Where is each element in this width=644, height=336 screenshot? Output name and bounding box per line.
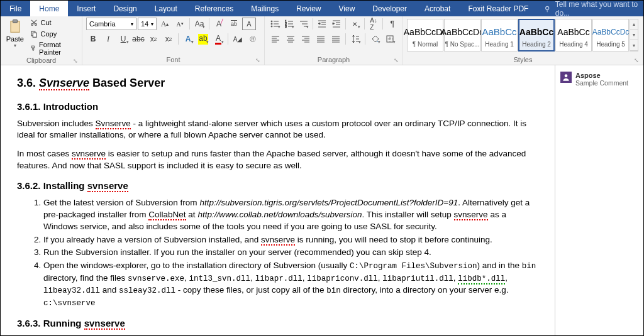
- svg-point-56: [565, 74, 568, 77]
- italic-button[interactable]: I: [101, 33, 115, 45]
- svg-point-0: [546, 6, 549, 9]
- style---no-spac---[interactable]: AaBbCcDc¶ No Spac...: [444, 19, 480, 51]
- tab-insert[interactable]: Insert: [68, 1, 104, 16]
- asian-layout-button[interactable]: ✕▾: [348, 18, 362, 30]
- align-left-icon: [271, 35, 280, 43]
- styles-scroll[interactable]: ▴▾▾: [630, 19, 638, 51]
- svg-rect-6: [33, 33, 36, 37]
- distributed-button[interactable]: [329, 33, 343, 45]
- font-name-select[interactable]: Cambria▾: [86, 18, 136, 30]
- heading-3-6-3: 3.6.3. Running svnserve: [17, 318, 538, 328]
- font-size-select[interactable]: 14▾: [138, 18, 157, 30]
- document-body[interactable]: 3.6. Svnserve Based Server 3.6.1. Introd…: [1, 65, 555, 335]
- tab-design[interactable]: Design: [104, 1, 145, 16]
- font-launcher-icon[interactable]: ⤡: [255, 57, 260, 63]
- clear-formatting-button[interactable]: A⧸: [212, 18, 226, 30]
- list-item: Get the latest version of Subversion fro…: [43, 197, 538, 233]
- heading-3-6-2: 3.6.2. Installing svnserve: [17, 180, 538, 191]
- tab-references[interactable]: References: [186, 1, 242, 16]
- justify-button[interactable]: [314, 33, 328, 45]
- text-effects-button[interactable]: A▾: [181, 33, 195, 45]
- phonetic-guide-button[interactable]: ab: [227, 18, 241, 30]
- style---normal[interactable]: AaBbCcDc¶ Normal: [407, 19, 443, 51]
- group-paragraph: ▾ 123▾ ▾ ✕▾ A↓Z ¶ ▾: [265, 16, 403, 65]
- svg-point-4: [35, 23, 36, 25]
- chevron-icon[interactable]: ▾: [630, 40, 638, 51]
- paragraph-launcher-icon[interactable]: ⤡: [394, 57, 399, 63]
- clipboard-launcher-icon[interactable]: ⤡: [73, 58, 78, 64]
- subscript-button[interactable]: x2: [147, 33, 160, 45]
- style-heading-4[interactable]: AaBbCcHeading 4: [555, 19, 592, 51]
- para-intro-2: In most cases svnserve is easier to setu…: [17, 148, 538, 171]
- workspace: 3.6. Svnserve Based Server 3.6.1. Introd…: [1, 65, 643, 335]
- shading-button[interactable]: ▾: [368, 33, 382, 45]
- para-intro-1: Subversion includes Svnserve - a lightwe…: [17, 118, 538, 141]
- superscript-button[interactable]: x2: [162, 33, 175, 45]
- grow-font-button[interactable]: A▴: [158, 18, 172, 30]
- multilevel-list-button[interactable]: ▾: [297, 18, 310, 30]
- comment-item[interactable]: Aspose Sample Comment: [560, 72, 638, 87]
- svg-point-7: [271, 21, 272, 22]
- ribbon: Paste ▾ Cut Copy Format Painter Clipboar…: [1, 16, 643, 65]
- enclose-characters-button[interactable]: ㊐: [246, 33, 260, 45]
- bold-button[interactable]: B: [86, 33, 100, 45]
- tell-me-search[interactable]: Tell me what you want to do...: [537, 1, 643, 16]
- tab-review[interactable]: Review: [287, 1, 330, 16]
- heading-3-6: 3.6. Svnserve Based Server: [17, 77, 538, 90]
- style-heading-2[interactable]: AaBbCcHeading 2: [518, 19, 555, 51]
- style-heading-1[interactable]: AaBbCcHeading 1: [481, 19, 518, 51]
- tab-home[interactable]: Home: [30, 1, 68, 16]
- tab-mailings[interactable]: Mailings: [242, 1, 287, 16]
- align-center-icon: [286, 35, 295, 43]
- tab-developer[interactable]: Developer: [364, 1, 416, 16]
- strikethrough-button[interactable]: abc: [131, 33, 145, 45]
- change-case-button[interactable]: Aa▾: [192, 18, 206, 30]
- show-hide-button[interactable]: ¶: [386, 18, 399, 30]
- highlight-button[interactable]: ab▾: [196, 33, 210, 45]
- line-spacing-button[interactable]: ▾: [348, 33, 362, 45]
- comments-pane: Aspose Sample Comment: [555, 65, 643, 335]
- svg-rect-2: [13, 20, 17, 23]
- format-painter-button[interactable]: Format Painter: [28, 40, 78, 57]
- cut-button[interactable]: Cut: [28, 18, 78, 28]
- decrease-indent-button[interactable]: [316, 18, 329, 30]
- bullets-button[interactable]: ▾: [269, 18, 282, 30]
- borders-button[interactable]: ▾: [383, 33, 397, 45]
- para-run: Now that svnserve is installed, you need…: [17, 335, 538, 335]
- font-color-button[interactable]: A▾: [211, 33, 225, 45]
- list-item: If you already have a version of Subvers…: [43, 234, 538, 246]
- tab-foxit[interactable]: Foxit Reader PDF: [459, 1, 537, 16]
- group-clipboard: Paste ▾ Cut Copy Format Painter Clipboar…: [1, 16, 82, 65]
- clipboard-icon: [6, 18, 24, 35]
- character-border-button[interactable]: A: [242, 18, 256, 30]
- list-item: Run the Subversion installer. If you run…: [43, 247, 538, 259]
- list-item: Open the windows-explorer, go to the ins…: [43, 260, 538, 309]
- svg-point-11: [271, 26, 272, 27]
- outdent-icon: [318, 19, 326, 28]
- tab-view[interactable]: View: [330, 1, 364, 16]
- align-left-button[interactable]: [269, 33, 282, 45]
- align-center-button[interactable]: [284, 33, 297, 45]
- increase-indent-button[interactable]: [330, 18, 343, 30]
- paste-button[interactable]: Paste ▾: [4, 18, 26, 57]
- styles-launcher-icon[interactable]: ⤡: [634, 57, 639, 63]
- align-right-icon: [301, 35, 310, 43]
- underline-button[interactable]: U▾: [116, 33, 130, 45]
- tab-layout[interactable]: Layout: [146, 1, 186, 16]
- shrink-font-button[interactable]: A▾: [173, 18, 187, 30]
- tab-acrobat[interactable]: Acrobat: [416, 1, 459, 16]
- copy-button[interactable]: Copy: [28, 29, 78, 39]
- group-font: Cambria▾ 14▾ A▴ A▾ Aa▾ A⧸ ab A B I U▾ ab…: [82, 16, 265, 65]
- chevron-icon[interactable]: ▴: [630, 19, 638, 30]
- numbering-button[interactable]: 123▾: [283, 18, 296, 30]
- tab-file[interactable]: File: [1, 1, 30, 16]
- comment-author: Aspose: [575, 72, 628, 79]
- style-heading-5[interactable]: AaBbCcDcHeading 5: [592, 19, 629, 51]
- align-right-button[interactable]: [299, 33, 313, 45]
- indent-icon: [332, 19, 341, 28]
- chevron-down-icon: ▾: [14, 43, 16, 48]
- character-shading-button[interactable]: A◢: [231, 33, 245, 45]
- sort-button[interactable]: A↓Z: [367, 18, 380, 30]
- distributed-icon: [331, 35, 340, 43]
- chevron-icon[interactable]: ▾: [630, 30, 638, 41]
